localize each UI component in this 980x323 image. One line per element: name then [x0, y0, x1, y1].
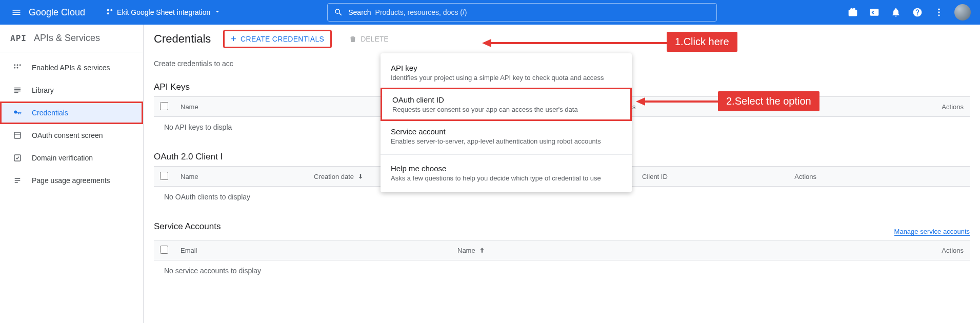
svg-marker-16	[636, 97, 645, 106]
svg-point-8	[19, 64, 21, 66]
more-icon[interactable]	[933, 6, 945, 18]
svg-point-9	[14, 67, 15, 69]
delete-button[interactable]: DELETE	[342, 30, 394, 48]
service-empty: No service accounts to display	[154, 260, 970, 281]
arrow-down-icon	[357, 173, 364, 180]
col-email: Email	[181, 247, 457, 254]
verify-icon	[10, 153, 25, 163]
search-box[interactable]: Search	[327, 3, 717, 22]
sidebar-item-label: Enabled APIs & services	[32, 64, 110, 72]
sidebar-item-enabled-apis[interactable]: Enabled APIs & services	[0, 56, 143, 79]
consent-icon	[10, 131, 25, 140]
svg-point-10	[17, 67, 18, 69]
dropdown-item-help-me-choose[interactable]: Help me choose Asks a few questions to h…	[381, 158, 632, 188]
sidebar-item-page-usage[interactable]: Page usage agreements	[0, 169, 143, 192]
svg-point-1	[110, 9, 112, 11]
header-right-icons	[847, 4, 976, 21]
search-input[interactable]	[375, 8, 711, 16]
dropdown-item-api-key[interactable]: API key Identifies your project using a …	[381, 57, 632, 88]
sidebar-section-label: APIs & Services	[34, 33, 100, 44]
col-name[interactable]: Name	[457, 247, 923, 254]
sidebar-item-label: Domain verification	[32, 154, 93, 162]
manage-service-accounts-link[interactable]: Manage service accounts	[894, 228, 970, 236]
svg-point-5	[938, 14, 939, 16]
create-credentials-dropdown: API key Identifies your project using a …	[381, 53, 632, 192]
hamburger-icon	[11, 7, 22, 17]
sidebar-item-domain-verification[interactable]: Domain verification	[0, 147, 143, 169]
service-table-header: Email Name Actions	[154, 240, 970, 260]
plus-icon: +	[231, 34, 236, 44]
search-icon	[334, 8, 343, 17]
sidebar-item-library[interactable]: Library	[0, 79, 143, 102]
dropdown-item-oauth-client-id[interactable]: OAuth client ID Requests user consent so…	[381, 88, 632, 121]
search-label: Search	[348, 8, 371, 16]
svg-rect-11	[14, 132, 21, 138]
select-all-oauth-checkbox[interactable]	[160, 172, 168, 180]
sidebar-item-oauth-consent[interactable]: OAuth consent screen	[0, 124, 143, 147]
svg-rect-12	[14, 155, 21, 161]
sidebar-title: API APIs & Services	[0, 25, 143, 52]
hamburger-menu-button[interactable]	[4, 0, 29, 25]
sidebar-item-label: OAuth consent screen	[32, 131, 103, 139]
sidebar-item-label: Credentials	[32, 109, 68, 117]
sidebar-item-credentials[interactable]: Credentials	[0, 102, 143, 124]
gift-icon[interactable]	[847, 6, 859, 18]
svg-point-3	[938, 9, 939, 10]
section-title-service-accounts: Service Accounts	[154, 221, 221, 232]
svg-point-6	[14, 64, 15, 66]
annotation-arrow-2	[636, 96, 718, 107]
api-logo: API	[10, 33, 27, 43]
project-icon	[106, 8, 114, 17]
col-actions: Actions	[923, 103, 964, 111]
col-client-id: Client ID	[642, 173, 775, 180]
create-credentials-label: CREATE CREDENTIALS	[241, 35, 324, 43]
library-icon	[10, 86, 25, 95]
col-actions: Actions	[775, 173, 816, 180]
key-icon	[10, 108, 25, 117]
svg-point-4	[938, 11, 939, 13]
top-bar: Google Google CloudCloud Ekit Google She…	[0, 0, 980, 25]
svg-point-2	[107, 12, 109, 14]
svg-point-0	[107, 9, 109, 11]
page-title: Credentials	[154, 32, 211, 46]
col-name: Name	[181, 173, 314, 180]
grid-icon	[10, 63, 25, 72]
delete-label: DELETE	[361, 35, 388, 43]
annotation-arrow-1	[482, 38, 667, 48]
annotation-callout-2: 2.Select the option	[718, 91, 819, 111]
arrow-up-icon	[478, 247, 486, 254]
sidebar: API APIs & Services Enabled APIs & servi…	[0, 25, 144, 323]
create-credentials-button[interactable]: + CREATE CREDENTIALS	[223, 30, 332, 48]
select-all-api-keys-checkbox[interactable]	[160, 102, 168, 110]
google-cloud-logo[interactable]: Google Google CloudCloud	[29, 7, 85, 18]
col-name: Name	[181, 103, 314, 111]
annotation-callout-1: 1.Click here	[667, 32, 737, 52]
select-all-service-checkbox[interactable]	[160, 246, 168, 254]
chevron-down-icon	[214, 8, 221, 16]
sidebar-item-label: Page usage agreements	[32, 176, 110, 185]
col-actions: Actions	[923, 247, 964, 254]
svg-marker-14	[482, 39, 491, 47]
main-content: Credentials + CREATE CREDENTIALS DELETE …	[144, 25, 980, 323]
notifications-icon[interactable]	[890, 6, 902, 18]
svg-point-7	[17, 64, 18, 66]
help-icon[interactable]	[911, 6, 924, 18]
sidebar-item-label: Library	[32, 86, 54, 94]
trash-icon	[348, 34, 357, 44]
console-icon[interactable]	[868, 6, 881, 18]
project-name: Ekit Google Sheet integration	[117, 8, 210, 16]
project-picker[interactable]: Ekit Google Sheet integration	[102, 4, 225, 21]
agreement-icon	[10, 176, 25, 185]
dropdown-item-service-account[interactable]: Service account Enables server-to-server…	[381, 121, 632, 151]
user-avatar[interactable]	[954, 4, 971, 21]
